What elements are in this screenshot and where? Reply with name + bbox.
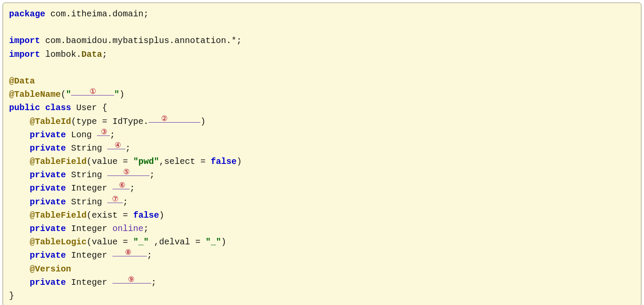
blank-3: ③ [97, 127, 110, 136]
semicolon: ; [102, 49, 107, 59]
type-string: String [71, 170, 102, 180]
keyword-private: private [30, 224, 66, 234]
tf-exist-label: exist [92, 210, 118, 220]
lparen: ( [71, 117, 76, 126]
keyword-false: false [211, 157, 236, 166]
blank-4: ④ [107, 140, 125, 149]
string-pwd: "pwd" [133, 157, 159, 166]
semicolon: ; [143, 9, 149, 19]
equals: = [200, 157, 205, 166]
annotation-tablename: @TableName [9, 89, 61, 99]
semicolon: ; [149, 170, 155, 180]
blank-6-label: ⑥ [119, 180, 125, 192]
string-quote-open: " [66, 89, 71, 99]
keyword-private: private [30, 183, 66, 193]
semicolon: ; [125, 143, 131, 153]
keyword-private: private [30, 197, 66, 207]
blank-8: ⑧ [112, 247, 147, 256]
lparen: ( [61, 89, 66, 99]
blank-8-label: ⑧ [125, 247, 131, 259]
lparen: ( [87, 237, 92, 247]
rparen: ) [221, 237, 226, 247]
tl-delval-label: delval [159, 237, 190, 247]
tf-value-label: value [92, 157, 118, 166]
annotation-tablefield-2: @TableField [30, 210, 87, 220]
rparen: ) [119, 89, 124, 99]
field-online: online [112, 224, 143, 234]
keyword-private: private [30, 130, 66, 140]
tf-select-label: select [164, 157, 195, 166]
semicolon: ; [236, 36, 242, 46]
blank-7-label: ⑦ [112, 194, 118, 206]
keyword-private: private [30, 170, 66, 180]
keyword-private: private [30, 277, 66, 287]
import2-class: Data [81, 49, 102, 59]
string-underscore-1: "_" [133, 237, 149, 247]
blank-3-label: ③ [101, 127, 107, 139]
tl-value-label: value [92, 237, 118, 247]
keyword-private: private [30, 250, 66, 260]
class-name: User [76, 103, 97, 113]
code-block: package com.itheima.domain; import com.b… [3, 3, 641, 305]
annotation-tableid: @TableId [30, 117, 71, 126]
rbrace: } [9, 291, 14, 301]
equals: = [102, 117, 107, 126]
idtype-prefix: IdType. [112, 117, 149, 126]
semicolon: ; [110, 130, 115, 140]
keyword-class: class [45, 103, 71, 113]
blank-7: ⑦ [107, 194, 123, 203]
keyword-import: import [9, 36, 40, 46]
blank-9-label: ⑨ [128, 274, 134, 286]
semicolon: ; [151, 277, 156, 287]
semicolon: ; [147, 250, 152, 260]
blank-4-label: ④ [115, 140, 121, 152]
string-underscore-2: "_" [205, 237, 221, 247]
rparen: ) [236, 157, 242, 166]
semicolon: ; [123, 197, 128, 207]
type-integer: Integer [71, 250, 107, 260]
keyword-private: private [30, 143, 66, 153]
type-integer: Integer [71, 277, 107, 287]
annotation-data: @Data [9, 76, 35, 86]
lparen: ( [87, 210, 92, 220]
semicolon: ; [130, 183, 135, 193]
blank-1: ① [71, 86, 114, 96]
type-long: Long [71, 130, 92, 140]
equals: = [123, 157, 128, 166]
keyword-public: public [9, 103, 40, 113]
blank-5-label: ⑤ [123, 167, 130, 179]
import1: com.baomidou.mybatisplus.annotation.* [45, 36, 236, 46]
equals: = [195, 237, 200, 247]
comma: , [154, 237, 159, 247]
blank-1-label: ① [90, 86, 96, 98]
annotation-tablefield-1: @TableField [30, 157, 87, 166]
annotation-version: @Version [30, 264, 71, 274]
blank-6: ⑥ [112, 180, 130, 189]
keyword-import: import [9, 49, 40, 59]
blank-5: ⑤ [107, 167, 149, 176]
blank-2-label: ② [161, 114, 168, 125]
import2-prefix: lombok. [45, 49, 81, 59]
blank-9: ⑨ [112, 274, 151, 283]
annotation-tablelogic: @TableLogic [30, 237, 87, 247]
blank-2: ② [149, 114, 200, 123]
lparen: ( [87, 157, 92, 166]
package-path: com.itheima.domain [50, 9, 143, 19]
rparen: ) [159, 210, 164, 220]
semicolon: ; [143, 224, 149, 234]
tableid-type-label: type [76, 117, 97, 126]
equals: = [123, 210, 128, 220]
type-string: String [71, 197, 102, 207]
type-integer: Integer [71, 224, 107, 234]
string-quote-close: " [114, 89, 119, 99]
lbrace: { [102, 103, 107, 113]
comma: , [159, 157, 164, 166]
keyword-package: package [9, 9, 45, 19]
rparen: ) [200, 117, 205, 126]
equals: = [123, 237, 128, 247]
type-integer: Integer [71, 183, 107, 193]
keyword-false: false [133, 210, 159, 220]
type-string: String [71, 143, 102, 153]
